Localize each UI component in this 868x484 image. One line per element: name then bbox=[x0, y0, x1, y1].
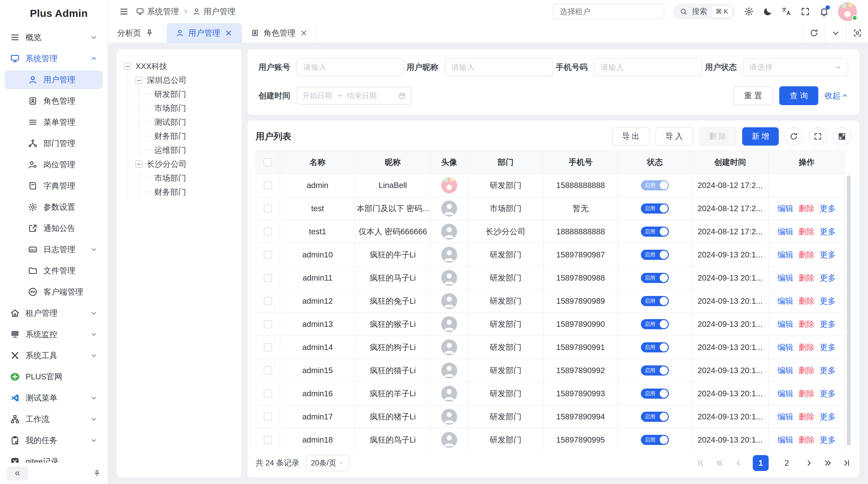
prev-page-icon[interactable] bbox=[734, 459, 743, 467]
status-toggle[interactable]: 启用 bbox=[641, 273, 669, 283]
tab-analysis[interactable]: 分析页 bbox=[108, 23, 163, 43]
global-search-button[interactable]: 搜索 ⌘ K bbox=[674, 4, 735, 20]
sidebar-item-file-mgmt[interactable]: 文件管理 bbox=[5, 261, 103, 280]
sidebar-item-workflow[interactable]: 工作流 bbox=[5, 410, 103, 428]
more-link[interactable]: 更多 bbox=[820, 319, 836, 330]
breadcrumb-system[interactable]: 系统管理 bbox=[136, 6, 179, 17]
status-select[interactable]: 请选择 bbox=[743, 58, 848, 76]
sidebar-item-post-mgmt[interactable]: 岗位管理 bbox=[5, 155, 103, 174]
forward-5-pages-icon[interactable] bbox=[824, 459, 832, 467]
more-link[interactable]: 更多 bbox=[820, 365, 836, 376]
tree-node-dept[interactable]: 测试部门 bbox=[144, 115, 235, 129]
add-button[interactable]: 新增 bbox=[742, 127, 779, 146]
tree-collapse-icon[interactable] bbox=[135, 161, 143, 168]
settings-gear-icon[interactable] bbox=[744, 7, 754, 17]
column-settings-button[interactable] bbox=[833, 127, 851, 146]
sidebar-collapse-button[interactable] bbox=[7, 466, 28, 480]
row-checkbox[interactable] bbox=[264, 436, 272, 444]
sidebar-item-dict-mgmt[interactable]: 字典管理 bbox=[5, 176, 103, 195]
content-fullscreen-button[interactable] bbox=[846, 23, 868, 43]
delete-link[interactable]: 删除 bbox=[799, 388, 814, 399]
delete-link[interactable]: 删除 bbox=[799, 319, 814, 330]
row-checkbox[interactable] bbox=[264, 228, 272, 236]
row-checkbox[interactable] bbox=[264, 274, 272, 282]
tree-node-branch[interactable]: 长沙分公司 bbox=[135, 157, 235, 171]
breadcrumb-user[interactable]: 用户管理 bbox=[192, 6, 235, 17]
row-checkbox[interactable] bbox=[264, 320, 272, 328]
table-scrollbar[interactable] bbox=[847, 175, 850, 445]
back-5-pages-icon[interactable] bbox=[715, 459, 724, 467]
last-page-icon[interactable] bbox=[842, 459, 851, 467]
refresh-table-button[interactable] bbox=[784, 127, 803, 146]
delete-link[interactable]: 删除 bbox=[799, 203, 814, 214]
table-fullscreen-button[interactable] bbox=[809, 127, 827, 146]
delete-link[interactable]: 删除 bbox=[799, 434, 814, 445]
language-icon[interactable] bbox=[782, 7, 791, 17]
delete-link[interactable]: 删除 bbox=[799, 296, 814, 306]
status-toggle[interactable]: 启用 bbox=[641, 180, 669, 190]
sidebar-item-tenant-mgmt[interactable]: 租户管理 bbox=[5, 304, 103, 323]
pin-icon[interactable] bbox=[145, 29, 154, 37]
sidebar-item-gitee[interactable]: gitee记录 bbox=[5, 452, 103, 463]
page-1-button[interactable]: 1 bbox=[753, 455, 769, 471]
refresh-tab-button[interactable] bbox=[803, 23, 825, 43]
tab-menu-button[interactable] bbox=[825, 23, 846, 43]
tree-collapse-icon[interactable] bbox=[124, 63, 131, 70]
delete-link[interactable]: 删除 bbox=[799, 412, 814, 422]
tree-collapse-icon[interactable] bbox=[135, 77, 143, 84]
status-toggle[interactable]: 启用 bbox=[641, 227, 669, 237]
sidebar-item-user-mgmt[interactable]: 用户管理 bbox=[5, 70, 103, 89]
more-link[interactable]: 更多 bbox=[820, 226, 836, 237]
tenant-select-input[interactable] bbox=[553, 4, 664, 20]
row-checkbox[interactable] bbox=[264, 343, 272, 351]
hamburger-icon[interactable] bbox=[119, 7, 129, 17]
delete-link[interactable]: 删除 bbox=[799, 342, 814, 353]
import-button[interactable]: 导入 bbox=[655, 127, 693, 146]
app-logo[interactable]: Plus Admin bbox=[0, 0, 107, 25]
sidebar-item-dept-mgmt[interactable]: 部门管理 bbox=[5, 134, 103, 153]
more-link[interactable]: 更多 bbox=[820, 434, 836, 445]
sidebar-pin-button[interactable] bbox=[93, 470, 101, 477]
edit-link[interactable]: 编辑 bbox=[777, 226, 793, 237]
row-checkbox[interactable] bbox=[264, 204, 272, 213]
user-avatar[interactable] bbox=[838, 2, 857, 21]
more-link[interactable]: 更多 bbox=[820, 388, 836, 399]
nickname-input[interactable] bbox=[444, 58, 553, 76]
edit-link[interactable]: 编辑 bbox=[777, 434, 793, 445]
close-icon[interactable] bbox=[224, 29, 233, 37]
sidebar-item-system[interactable]: 系统管理 bbox=[5, 49, 103, 68]
sidebar-item-test-menu[interactable]: 测试菜单 bbox=[5, 389, 103, 407]
next-page-icon[interactable] bbox=[805, 459, 813, 467]
tree-node-branch[interactable]: 深圳总公司 bbox=[135, 73, 235, 87]
more-link[interactable]: 更多 bbox=[820, 203, 836, 214]
edit-link[interactable]: 编辑 bbox=[777, 388, 793, 399]
collapse-filters-link[interactable]: 收起 bbox=[825, 90, 848, 101]
edit-link[interactable]: 编辑 bbox=[777, 296, 793, 306]
phone-input[interactable] bbox=[594, 58, 702, 76]
reset-button[interactable]: 重置 bbox=[733, 86, 773, 105]
row-checkbox[interactable] bbox=[264, 297, 272, 305]
delete-link[interactable]: 删除 bbox=[799, 250, 814, 260]
tab-user-mgmt[interactable]: 用户管理 bbox=[166, 23, 242, 43]
row-checkbox[interactable] bbox=[264, 389, 272, 398]
row-checkbox[interactable] bbox=[264, 366, 272, 375]
more-link[interactable]: 更多 bbox=[820, 250, 836, 260]
more-link[interactable]: 更多 bbox=[820, 272, 836, 284]
sidebar-item-tools[interactable]: 系统工具 bbox=[5, 346, 103, 365]
status-toggle[interactable]: 启用 bbox=[641, 342, 669, 352]
sidebar-item-client-mgmt[interactable]: 客户端管理 bbox=[5, 283, 103, 301]
search-button[interactable]: 查询 bbox=[779, 86, 818, 105]
delete-link[interactable]: 删除 bbox=[799, 272, 814, 284]
edit-link[interactable]: 编辑 bbox=[777, 365, 793, 376]
more-link[interactable]: 更多 bbox=[820, 296, 836, 306]
row-checkbox[interactable] bbox=[264, 251, 272, 259]
edit-link[interactable]: 编辑 bbox=[777, 412, 793, 422]
delete-link[interactable]: 删除 bbox=[799, 226, 814, 237]
notifications-button[interactable] bbox=[819, 7, 829, 17]
sidebar-item-my-tasks[interactable]: 我的任务 bbox=[5, 431, 103, 450]
page-size-select[interactable]: 20条/页 bbox=[306, 455, 349, 471]
export-button[interactable]: 导出 bbox=[612, 127, 650, 146]
status-toggle[interactable]: 启用 bbox=[641, 435, 669, 445]
sidebar-item-role-mgmt[interactable]: 角色管理 bbox=[5, 92, 103, 110]
tree-node-dept[interactable]: 市场部门 bbox=[144, 101, 235, 115]
